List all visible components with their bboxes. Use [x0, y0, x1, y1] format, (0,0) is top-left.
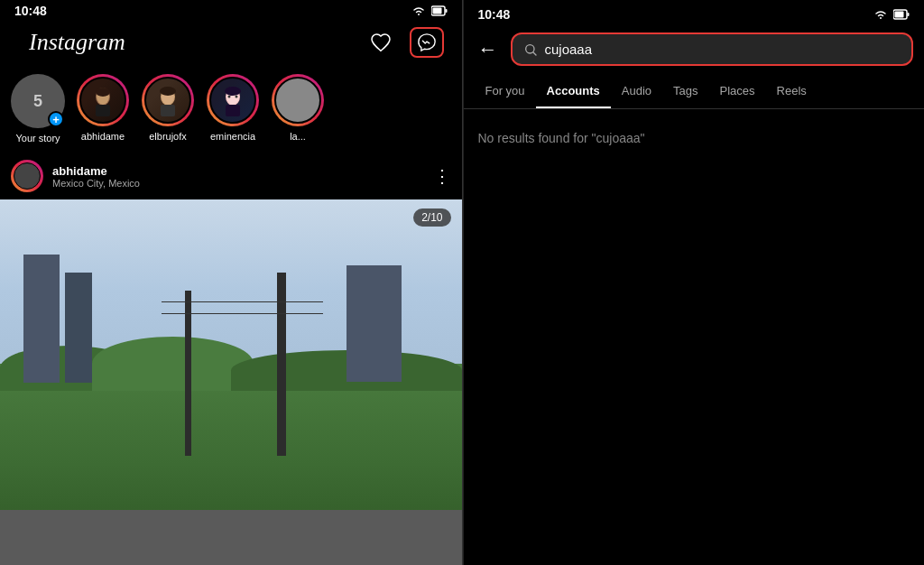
right-panel: 10:48 ← cujoaaa For you Acco [463, 0, 925, 565]
post-username: abhidame [52, 164, 424, 178]
svg-rect-18 [895, 12, 904, 18]
wifi-icon-right [873, 9, 888, 20]
no-results-text: No results found for "cujoaaa" [478, 131, 645, 145]
svg-point-14 [225, 87, 241, 96]
search-row: ← cujoaaa [464, 27, 925, 75]
tree-group-2 [92, 337, 254, 391]
top-action-icons [366, 27, 448, 58]
svg-point-10 [160, 87, 176, 96]
story-name-abhidame: abhidame [81, 131, 125, 142]
time-left: 10:48 [14, 4, 47, 18]
story-avatar-la [274, 77, 321, 124]
messenger-button[interactable] [410, 27, 444, 58]
left-top-bar: Instagram [0, 18, 462, 65]
svg-rect-1 [432, 8, 441, 14]
battery-icon-left [431, 5, 448, 16]
tab-places[interactable]: Places [709, 75, 766, 108]
wire-2 [162, 313, 323, 314]
post-image: 2/10 [0, 199, 462, 565]
building-1 [23, 255, 60, 383]
story-item-elbrujofx[interactable]: elbrujofx [141, 74, 195, 144]
battery-icon-right [893, 9, 910, 20]
story-name-elbrujofx: elbrujofx [149, 131, 187, 142]
story-item-abhidame[interactable]: abhidame [76, 74, 130, 144]
story-avatar-abhidame [79, 77, 126, 124]
story-name-la: la... [290, 131, 306, 142]
building-2 [65, 273, 93, 383]
wifi-icon-left [411, 5, 426, 16]
post-image-content: 2/10 [0, 199, 462, 565]
instagram-logo: Instagram [14, 25, 140, 60]
svg-rect-2 [445, 9, 447, 13]
pole-1 [277, 273, 286, 456]
svg-point-16 [236, 95, 238, 97]
tab-for-you[interactable]: For you [475, 75, 536, 108]
tab-accounts[interactable]: Accounts [536, 75, 611, 108]
filter-tabs: For you Accounts Audio Tags Places Reels [464, 75, 925, 109]
post-user-row: abhidame Mexico City, Mexico ⋮ [0, 153, 462, 199]
story-name-your: Your story [15, 133, 60, 144]
story-avatar-wrapper-la [272, 74, 324, 126]
search-icon [523, 42, 538, 57]
building-3 [346, 265, 402, 383]
tab-reels[interactable]: Reels [766, 75, 818, 108]
svg-point-6 [96, 88, 110, 97]
pole-2 [185, 291, 192, 455]
left-panel: 10:48 Instagram [0, 0, 462, 565]
add-story-badge: + [48, 111, 64, 127]
slide-badge: 2/10 [413, 208, 450, 227]
back-button[interactable]: ← [475, 34, 502, 65]
post-user-info: abhidame Mexico City, Mexico [52, 164, 424, 189]
svg-rect-19 [908, 13, 910, 16]
svg-rect-9 [161, 105, 175, 116]
post-user-avatar-inner [14, 162, 41, 190]
story-avatar-elbrujofx [144, 77, 191, 124]
status-bar-right: 10:48 [464, 0, 925, 27]
your-story-avatar-wrapper: 5 + [11, 74, 65, 128]
search-bar[interactable]: cujoaaa [511, 32, 914, 66]
story-avatar-wrapper-abhidame [77, 74, 129, 126]
wire-1 [162, 301, 323, 302]
story-avatar-wrapper-elbrujofx [142, 74, 194, 126]
post-more-button[interactable]: ⋮ [433, 165, 451, 187]
tab-audio[interactable]: Audio [611, 75, 662, 108]
svg-rect-13 [226, 105, 240, 116]
story-item-eminencia[interactable]: eminencia [206, 74, 260, 144]
story-item-your[interactable]: 5 + Your story [11, 74, 65, 144]
story-item-la[interactable]: la... [271, 74, 325, 144]
status-bar-left: 10:48 [0, 0, 462, 18]
street-layer [0, 510, 462, 565]
post-location: Mexico City, Mexico [52, 178, 424, 189]
stories-row: 5 + Your story abhidame [0, 65, 462, 153]
svg-rect-5 [96, 105, 110, 116]
svg-point-15 [228, 95, 231, 97]
tab-tags[interactable]: Tags [662, 75, 708, 108]
empty-results-area [464, 167, 925, 565]
story-name-eminencia: eminencia [210, 131, 255, 142]
time-right: 10:48 [478, 7, 511, 22]
no-results-message: No results found for "cujoaaa" [464, 109, 925, 167]
heart-button[interactable] [366, 28, 395, 57]
search-query-text: cujoaaa [545, 42, 901, 57]
story-avatar-wrapper-eminencia [207, 74, 259, 126]
story-avatar-eminencia [209, 77, 256, 124]
post-user-avatar [11, 160, 43, 192]
